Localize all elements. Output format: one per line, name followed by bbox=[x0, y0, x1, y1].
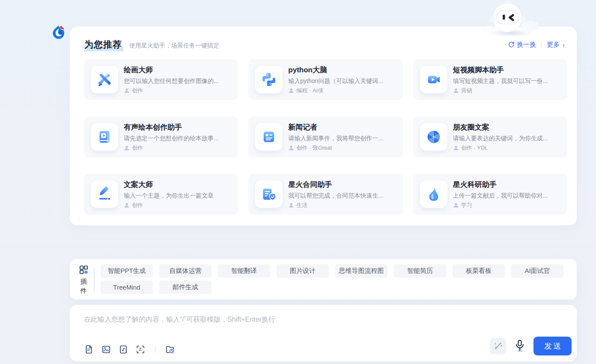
audio-file-icon[interactable] bbox=[118, 344, 128, 355]
assistant-title: 绘画大师 bbox=[124, 65, 231, 75]
assistant-desc: 您可以输入您任何想要创作图像的... bbox=[124, 76, 231, 86]
mascot-robot bbox=[480, 0, 544, 38]
composer-actions: 发送 bbox=[490, 337, 572, 355]
assistant-desc: 请输入要表达的关键词，为你生成... bbox=[453, 133, 560, 143]
assistant-tags: 营销 bbox=[461, 87, 472, 95]
plugin-chip[interactable]: 智能简历 bbox=[394, 264, 446, 278]
assistant-desc: 填写短视频主题，我就可以写一份... bbox=[453, 76, 560, 86]
magic-wand-icon bbox=[493, 341, 503, 351]
assistant-title: 朋友圈文案 bbox=[453, 122, 560, 133]
assistant-card[interactable]: 绘画大师 您可以输入您任何想要创作图像的... 创作 bbox=[84, 59, 238, 100]
assistant-desc: 我可以帮您完成，合同范本快速生... bbox=[288, 191, 396, 200]
assistant-card[interactable]: 星火合同助手 我可以帮您完成，合同范本快速生... 生活 bbox=[248, 174, 402, 215]
plugin-chip[interactable]: 思维导图流程图 bbox=[335, 264, 387, 278]
assistant-grid: 绘画大师 您可以输入您任何想要创作图像的... 创作 python大脑 输入py… bbox=[84, 59, 567, 215]
person-icon bbox=[453, 145, 459, 151]
plugin-divider bbox=[94, 268, 95, 292]
plugin-label-char-1: 插 bbox=[78, 277, 89, 286]
contract-shield-icon bbox=[255, 181, 283, 208]
assistant-card[interactable]: 朋友圈文案 请输入要表达的关键词，为你生成... 创作 · YDL bbox=[413, 116, 567, 157]
assistant-desc: 输入一个主题，为你生出一篇文章 bbox=[124, 191, 231, 200]
assistant-title: 短视频脚本助手 bbox=[453, 65, 560, 75]
assistant-tags: 创作 · YDL bbox=[461, 144, 488, 152]
person-icon bbox=[288, 88, 294, 94]
plugin-chip[interactable]: 自媒体运营 bbox=[159, 264, 212, 278]
spark-flame-icon bbox=[420, 181, 447, 208]
python-icon bbox=[255, 66, 283, 93]
assistant-tags: 学习 bbox=[461, 201, 472, 209]
attachment-toolbar bbox=[84, 344, 175, 355]
assistant-title: 新闻记者 bbox=[288, 122, 396, 133]
plugin-chip[interactable]: 邮件生成 bbox=[159, 281, 212, 294]
video-camera-icon bbox=[420, 66, 447, 93]
microphone-button[interactable] bbox=[514, 339, 526, 353]
document-file-icon[interactable] bbox=[84, 344, 94, 355]
assistant-desc: 请先选定一个您想创作的绘本故事... bbox=[124, 133, 231, 143]
image-file-icon[interactable] bbox=[101, 344, 111, 355]
header-divider bbox=[541, 42, 542, 48]
recommend-subtitle: 使用星火助手，场景任务一键搞定 bbox=[129, 42, 219, 50]
plugin-chip[interactable]: 板栗看板 bbox=[453, 264, 505, 278]
assistant-desc: 上传一篇文献后，我可以帮助你对... bbox=[453, 191, 560, 200]
assistant-tags: 创作 · 致Great bbox=[296, 144, 332, 152]
person-icon bbox=[453, 202, 459, 208]
chevron-right-icon: › bbox=[563, 41, 565, 48]
assistant-desc: 请输入新闻事件，我将帮您创作一... bbox=[288, 133, 396, 143]
assistant-title: 星火合同助手 bbox=[288, 180, 396, 190]
plugin-chip[interactable]: 智能PPT生成 bbox=[101, 264, 153, 278]
plugin-chip[interactable]: 图片设计 bbox=[277, 264, 329, 278]
assistant-card[interactable]: 短视频脚本助手 填写短视频主题，我就可以写一份... 营销 bbox=[413, 59, 567, 100]
send-button[interactable]: 发送 bbox=[533, 337, 572, 355]
refresh-button[interactable]: 换一换 bbox=[508, 41, 536, 49]
aperture-icon bbox=[420, 123, 447, 151]
refresh-icon bbox=[508, 41, 515, 48]
assistant-tags: 创作 bbox=[132, 144, 143, 152]
person-icon bbox=[453, 88, 459, 94]
assistant-tags: 生活 bbox=[296, 201, 307, 209]
composer-panel: 发送 bbox=[70, 305, 577, 361]
plugin-chip[interactable]: 智能翻译 bbox=[218, 264, 270, 278]
assistant-title: 文案大师 bbox=[124, 180, 231, 190]
plugin-chip[interactable]: AI面试官 bbox=[511, 264, 563, 278]
toolbar-divider bbox=[155, 345, 155, 354]
chat-input[interactable] bbox=[84, 314, 512, 338]
plugin-chip-list: 智能PPT生成自媒体运营智能翻译图片设计思维导图流程图智能简历板栗看板AI面试官… bbox=[101, 264, 572, 294]
assistant-card[interactable]: 文案大师 输入一个主题，为你生出一篇文章 创作 bbox=[84, 174, 238, 215]
person-icon bbox=[124, 145, 130, 151]
assistant-card[interactable]: 新闻记者 请输入新闻事件，我将帮您创作一... 创作 · 致Great bbox=[248, 116, 402, 157]
plugin-grid-icon bbox=[79, 265, 89, 275]
assistant-tags: 创作 bbox=[132, 87, 143, 95]
recommend-title: 为您推荐 bbox=[84, 38, 123, 51]
plugin-panel: 插 件 智能PPT生成自媒体运营智能翻译图片设计思维导图流程图智能简历板栗看板A… bbox=[70, 259, 577, 299]
history-folder-icon[interactable] bbox=[165, 344, 175, 355]
assistant-title: python大脑 bbox=[288, 65, 396, 75]
pencil-icon bbox=[91, 181, 118, 208]
recommend-panel: 为您推荐 使用星火助手，场景任务一键搞定 换一换 更多› 绘画大师 您可以输入您… bbox=[70, 27, 577, 225]
assistant-card[interactable]: 星火科研助手 上传一篇文献后，我可以帮助你对... 学习 bbox=[413, 174, 567, 215]
assistant-desc: 输入python问题（可以输入关键词... bbox=[288, 76, 396, 86]
more-button[interactable]: 更多› bbox=[547, 41, 565, 49]
assistant-title: 星火科研助手 bbox=[453, 180, 560, 190]
assistant-card[interactable]: 有声绘本创作助手 请先选定一个您想创作的绘本故事... 创作 bbox=[84, 116, 238, 157]
newspaper-icon bbox=[255, 123, 283, 151]
plugin-chip[interactable]: TreeMind bbox=[101, 281, 153, 294]
person-icon bbox=[124, 202, 130, 208]
person-icon bbox=[288, 145, 294, 151]
scan-icon[interactable] bbox=[135, 344, 146, 355]
assistant-card[interactable]: python大脑 输入python问题（可以输入关键词... 编程 · AI侠 bbox=[248, 59, 402, 100]
assistant-tags: 编程 · AI侠 bbox=[296, 87, 323, 95]
iflytek-logo[interactable] bbox=[52, 25, 66, 39]
magic-wand-button[interactable] bbox=[490, 338, 506, 354]
person-icon bbox=[288, 202, 294, 208]
assistant-tags: 创作 bbox=[132, 201, 143, 209]
audio-book-icon bbox=[91, 123, 118, 151]
plugin-label-char-2: 件 bbox=[78, 287, 89, 295]
person-icon bbox=[124, 88, 130, 94]
assistant-title: 有声绘本创作助手 bbox=[124, 122, 231, 133]
paint-brush-icon bbox=[91, 66, 118, 93]
